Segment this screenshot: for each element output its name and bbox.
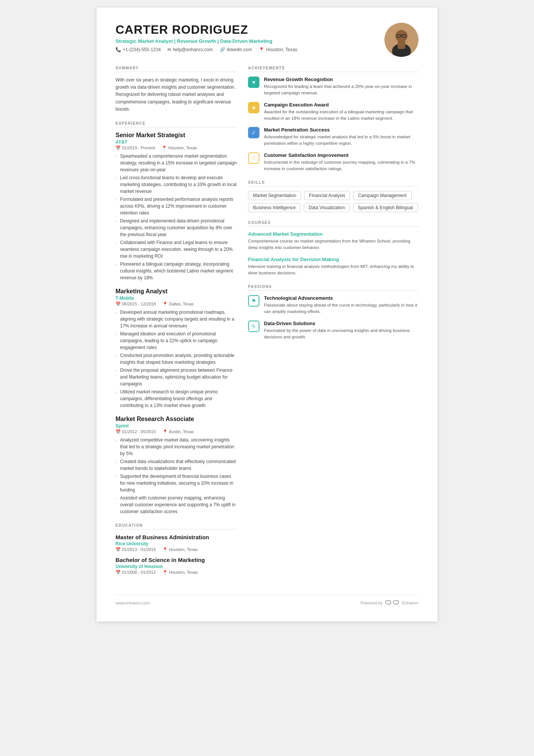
resume-document: CARTER RODRIGUEZ Strategic Market Analys… [97,8,437,621]
job-title-0: Senior Market Strategist [116,132,237,139]
achievement-title-2: Market Penetration Success [264,127,418,133]
linkedin-contact: 🔗 linkedin.com [220,47,252,52]
passion-content-0: Technological Advancements Passionate ab… [264,295,418,315]
skills-grid: Market Segmentation Financial Analysis C… [248,191,418,212]
achievement-content-0: Revenue Growth Recognition Recognized fo… [264,77,418,97]
edu-date-0: 📅 01/2013 - 01/2015 [116,547,156,552]
edu-item-1: Bachelor of Science in Marketing Univers… [116,557,237,575]
experience-label: EXPERIENCE [116,121,237,127]
job-company-1: T-Mobile [116,296,237,301]
calendar-icon: 📅 [116,429,121,434]
job-title-2: Market Research Associate [116,416,237,423]
achievement-icon-star-outline: ☆ [248,152,259,164]
linkedin-icon: 🔗 [220,47,225,52]
phone-contact: 📞 +1-(234)-555-1234 [116,47,161,52]
bullet-item: Formulated and presented performance ana… [116,196,237,216]
skill-tag-3: Business Intelligence [248,203,301,212]
job-date-1: 📅 06/2015 - 12/2018 [116,302,156,307]
passions-label: PASSIONS [248,285,418,291]
edu-degree-0: Master of Business Administration [116,534,237,540]
achievement-icon-star: ★ [248,102,259,113]
skill-tag-2: Campaign Management [353,191,411,200]
job-item-1: Marketing Analyst T-Mobile 📅 06/2015 - 1… [116,288,237,409]
job-company-2: Sprint [116,423,237,429]
achievement-icon-heart: ♥ [248,77,259,88]
summary-label: SUMMARY [116,66,237,72]
location-icon: 📍 [162,547,168,552]
edu-meta-0: 📅 01/2013 - 01/2015 📍 Houston, Texas [116,547,237,552]
passion-icon-pen: ✎ [248,321,259,332]
course-item-0: Advanced Market Segmentation Comprehensi… [248,231,418,251]
bullet-item: Assisted with customer journey mapping, … [116,495,237,515]
bullet-item: Supported the development of financial b… [116,473,237,493]
achievement-item-1: ★ Campaign Execution Award Awarded for t… [248,102,418,122]
calendar-icon: 📅 [116,302,121,307]
svg-point-1 [395,30,408,42]
achievement-title-1: Campaign Execution Award [264,102,418,108]
job-item-2: Market Research Associate Sprint 📅 01/20… [116,416,237,515]
calendar-icon: 📅 [116,570,121,575]
brand-logo [385,599,400,606]
achievement-desc-2: Acknowledged for strategic market analys… [264,134,418,147]
course-desc-0: Comprehensive course on market segmentat… [248,238,418,251]
svg-rect-3 [398,41,405,49]
achievements-label: ACHIEVEMENTS [248,66,418,72]
candidate-name: CARTER RODRIGUEZ [116,23,297,37]
location-icon-0: 📍 [162,146,167,150]
skill-tag-5: Spanish & English Bilingual [353,203,418,212]
passion-content-1: Data-Driven Solutions Fascinated by the … [264,321,418,341]
header-section: CARTER RODRIGUEZ Strategic Market Analys… [116,23,418,57]
passion-title-1: Data-Driven Solutions [264,321,418,326]
bullet-item: Conducted post-promotion analysis, provi… [116,352,237,366]
passions-section: PASSIONS ⚑ Technological Advancements Pa… [248,285,418,340]
bullet-item: Collaborated with Finance and Legal team… [116,239,237,260]
passion-icon-flag: ⚑ [248,295,259,307]
course-title-1: Financial Analysis for Decision Making [248,257,418,262]
achievement-content-1: Campaign Execution Award Awarded for the… [264,102,418,122]
job-title-1: Marketing Analyst [116,288,237,295]
education-section: EDUCATION Master of Business Administrat… [116,523,237,575]
header-info: CARTER RODRIGUEZ Strategic Market Analys… [116,23,297,52]
edu-date-1: 📅 01/2008 - 01/2012 [116,570,156,575]
courses-label: COURSES [248,221,418,227]
contact-info: 📞 +1-(234)-555-1234 ✉ help@enhancv.com 🔗… [116,47,297,52]
job-meta-1: 📅 06/2015 - 12/2018 📍 Dallas, Texas [116,302,237,307]
footer: www.enhancv.com Powered by Enhancv [116,595,418,606]
job-meta-0: 📅 01/2019 - Present 📍 Houston, Texas [116,146,237,150]
courses-section: COURSES Advanced Market Segmentation Com… [248,221,418,276]
edu-school-0: Rice University [116,541,237,546]
footer-brand: Powered by Enhancv [361,599,418,606]
job-item-0: Senior Market Strategist AT&T 📅 01/2019 … [116,132,237,281]
location-icon: 📍 [259,47,264,52]
edu-location-0: 📍 Houston, Texas [162,547,198,552]
brand-name: Enhancv [402,601,418,605]
passion-desc-1: Fascinated by the power of data in uncov… [264,327,418,341]
bullet-item: Utilized market research to design uniqu… [116,388,237,409]
email-icon: ✉ [167,47,171,52]
job-location-2: 📍 Austin, Texas [162,429,194,434]
location-icon-1: 📍 [162,302,168,307]
passion-desc-0: Passionate about staying ahead of the cu… [264,302,418,315]
job-location-0: 📍 Houston, Texas [162,146,197,150]
email-contact: ✉ help@enhancv.com [167,47,212,52]
job-bullets-2: Analyzed competitive market data, uncove… [116,437,237,515]
right-column: ACHIEVEMENTS ♥ Revenue Growth Recognitio… [248,66,418,583]
summary-section: SUMMARY With over six years in strategic… [116,66,237,113]
job-bullets-1: Developed annual marketing promotional r… [116,309,237,409]
bullet-item: Led cross-functional teams to develop an… [116,174,237,195]
bullet-item: Designed and implemented data-driven pro… [116,218,237,238]
bullet-item: Spearheaded a comprehensive market segme… [116,153,237,173]
job-bullets-0: Spearheaded a comprehensive market segme… [116,153,237,281]
skills-label: SKILLS [248,180,418,186]
achievement-desc-3: Instrumental in the redesign of customer… [264,159,418,172]
bullet-item: Analyzed competitive market data, uncove… [116,437,237,457]
passion-title-0: Technological Advancements [264,295,418,301]
edu-item-0: Master of Business Administration Rice U… [116,534,237,552]
achievement-item-0: ♥ Revenue Growth Recognition Recognized … [248,77,418,97]
job-date-2: 📅 01/2012 - 05/2015 [116,429,156,434]
powered-by-text: Powered by [361,601,383,605]
footer-website: www.enhancv.com [116,601,150,605]
course-item-1: Financial Analysis for Decision Making I… [248,257,418,277]
achievement-title-3: Customer Satisfaction Improvement [264,152,418,158]
job-company-0: AT&T [116,139,237,145]
